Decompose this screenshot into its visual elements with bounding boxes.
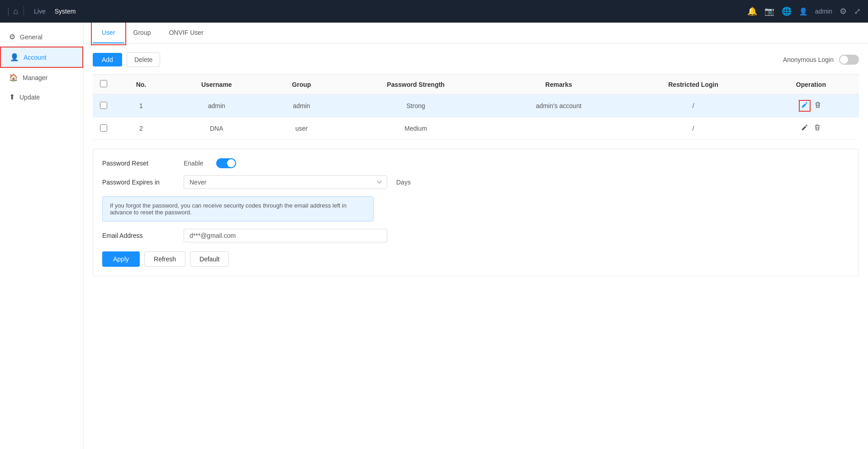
row2-select[interactable] — [100, 124, 107, 132]
col-operation: Operation — [763, 75, 859, 95]
sidebar-item-manager[interactable]: 🏠 Manager — [0, 68, 83, 87]
bell-icon[interactable]: 🔔 — [747, 6, 757, 16]
manager-icon: 🏠 — [9, 73, 18, 82]
row1-username: admin — [168, 95, 266, 118]
col-password-strength: Password Strength — [338, 75, 494, 95]
password-reset-label: Password Reset — [102, 160, 175, 167]
row2-edit-button[interactable] — [799, 123, 810, 134]
toolbar: Add Delete Anonymous Login — [93, 52, 859, 67]
col-remarks: Remarks — [494, 75, 624, 95]
row2-remarks — [494, 118, 624, 140]
col-group: Group — [266, 75, 338, 95]
col-no: No. — [114, 75, 168, 95]
topnav-divider-line: | — [7, 6, 9, 17]
email-input[interactable] — [184, 229, 387, 242]
main-layout: ⚙ General 👤 Account 🏠 Manager ⬆ Update U… — [0, 23, 868, 449]
password-reset-row: Password Reset Enable — [102, 158, 849, 168]
update-icon: ⬆ — [9, 93, 15, 101]
expand-icon[interactable]: ⤢ — [854, 6, 861, 16]
row1-delete-button[interactable] — [812, 100, 823, 111]
col-restricted-login: Restricted Login — [624, 75, 763, 95]
col-checkbox — [93, 75, 114, 95]
password-expires-select[interactable]: Never 30 Days 60 Days 90 Days 180 Days — [184, 175, 387, 189]
password-expires-label: Password Expires in — [102, 179, 175, 186]
tab-onvif-user[interactable]: ONVIF User — [160, 23, 212, 43]
nav-system[interactable]: System — [55, 8, 76, 15]
anonymous-login-label: Anonymous Login — [783, 56, 834, 63]
row1-select[interactable] — [100, 102, 107, 109]
row1-password-strength: Strong — [338, 95, 494, 118]
row1-restricted-login: / — [624, 95, 763, 118]
nav-divider — [24, 6, 24, 17]
bottom-actions: Apply Refresh Default — [102, 251, 849, 267]
users-table: No. Username Group Password Strength Rem… — [93, 74, 859, 140]
row2-username: DNA — [168, 118, 266, 140]
anonymous-login-toggle[interactable] — [839, 55, 859, 65]
tabs-container: User Group ONVIF User — [84, 23, 868, 43]
edit-icon — [801, 124, 808, 131]
user-section: Add Delete Anonymous Login No. Userna — [84, 43, 868, 285]
anonymous-login-control: Anonymous Login — [783, 55, 859, 65]
username-label[interactable]: admin — [815, 8, 832, 15]
row2-restricted-login: / — [624, 118, 763, 140]
delete-button[interactable]: Delete — [127, 52, 160, 67]
topnav: | ⌂ Live System 🔔 📷 🌐 👤 admin ⚙ ⤢ — [0, 0, 868, 23]
row1-remarks: admin's account — [494, 95, 624, 118]
enable-label: Enable — [184, 160, 204, 167]
days-label: Days — [396, 179, 411, 186]
add-button[interactable]: Add — [93, 53, 122, 66]
sidebar-account-label: Account — [24, 54, 47, 61]
select-all-checkbox[interactable] — [100, 80, 107, 87]
table-row: 1 admin admin Strong admin's account / — [93, 95, 859, 118]
row2-delete-button[interactable] — [812, 123, 823, 134]
email-row: Email Address — [102, 229, 849, 242]
camera-icon[interactable]: 📷 — [764, 6, 774, 16]
table-row: 2 DNA user Medium / — [93, 118, 859, 140]
trash-icon — [814, 124, 821, 131]
row1-operation — [763, 95, 859, 118]
user-icon: 👤 — [799, 7, 808, 16]
row2-password-strength: Medium — [338, 118, 494, 140]
trash-icon — [814, 101, 821, 109]
row1-checkbox — [93, 95, 114, 118]
sidebar: ⚙ General 👤 Account 🏠 Manager ⬆ Update — [0, 23, 84, 449]
password-reset-toggle[interactable] — [216, 158, 236, 168]
home-icon[interactable]: ⌂ — [13, 7, 18, 16]
password-reset-section: Password Reset Enable Password Expires i… — [93, 149, 859, 276]
apply-button[interactable]: Apply — [102, 251, 140, 267]
password-expires-row: Password Expires in Never 30 Days 60 Day… — [102, 175, 849, 189]
main-content: User Group ONVIF User Add Delete Anonymo… — [84, 23, 868, 449]
sidebar-item-general[interactable]: ⚙ General — [0, 27, 83, 47]
account-person-icon: 👤 — [10, 53, 19, 61]
nav-live[interactable]: Live — [34, 8, 46, 15]
toggle-slider — [839, 55, 859, 65]
topnav-right: 🔔 📷 🌐 👤 admin ⚙ ⤢ — [747, 6, 861, 16]
tab-group[interactable]: Group — [124, 23, 160, 43]
row2-group: user — [266, 118, 338, 140]
row1-group: admin — [266, 95, 338, 118]
default-button[interactable]: Default — [190, 251, 229, 267]
info-message: If you forgot the password, you can rece… — [102, 196, 374, 222]
row2-checkbox — [93, 118, 114, 140]
globe-icon[interactable]: 🌐 — [782, 6, 792, 16]
gear-icon[interactable]: ⚙ — [840, 6, 847, 16]
tab-user[interactable]: User — [93, 23, 124, 43]
gear-icon: ⚙ — [9, 33, 15, 41]
edit-icon — [801, 101, 808, 109]
toggle-slider-enabled — [216, 158, 236, 168]
sidebar-item-account[interactable]: 👤 Account — [0, 47, 83, 68]
sidebar-manager-label: Manager — [23, 74, 47, 81]
row2-operation — [763, 118, 859, 140]
sidebar-item-update[interactable]: ⬆ Update — [0, 87, 83, 107]
email-label: Email Address — [102, 232, 175, 239]
row1-no: 1 — [114, 95, 168, 118]
row1-edit-button[interactable] — [799, 100, 811, 112]
topnav-links: Live System — [34, 8, 76, 15]
refresh-button[interactable]: Refresh — [144, 251, 185, 267]
col-username: Username — [168, 75, 266, 95]
sidebar-general-label: General — [20, 33, 43, 41]
sidebar-update-label: Update — [19, 94, 40, 101]
row2-no: 2 — [114, 118, 168, 140]
